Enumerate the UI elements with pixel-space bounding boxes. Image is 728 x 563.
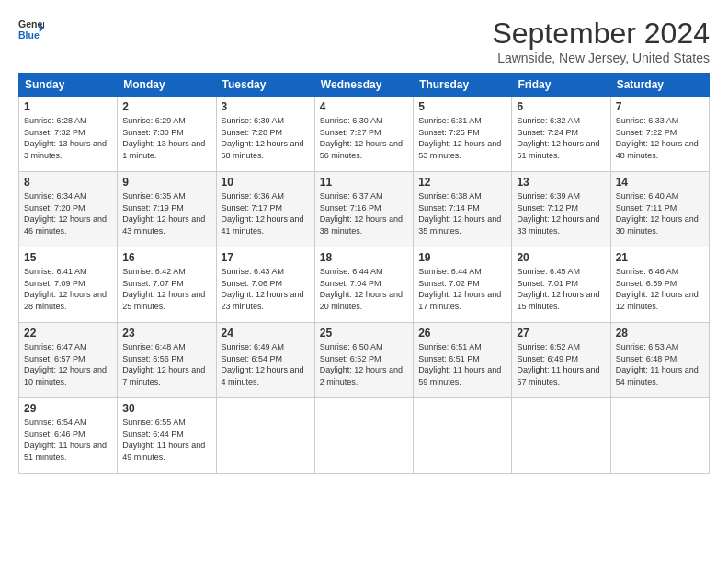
table-row: 15Sunrise: 6:41 AMSunset: 7:09 PMDayligh… [19,247,118,323]
table-row: 10Sunrise: 6:36 AMSunset: 7:17 PMDayligh… [216,172,314,247]
table-row: 12Sunrise: 6:38 AMSunset: 7:14 PMDayligh… [414,172,512,247]
table-row: 22Sunrise: 6:47 AMSunset: 6:57 PMDayligh… [19,323,118,398]
table-row: 8Sunrise: 6:34 AMSunset: 7:20 PMDaylight… [19,172,118,247]
header-friday: Friday [512,74,610,97]
header-wednesday: Wednesday [314,74,413,97]
table-row: 27Sunrise: 6:52 AMSunset: 6:49 PMDayligh… [512,323,610,398]
table-row: 1Sunrise: 6:28 AMSunset: 7:32 PMDaylight… [19,97,118,172]
title-block: September 2024 Lawnside, New Jersey, Uni… [492,17,710,65]
table-row: 13Sunrise: 6:39 AMSunset: 7:12 PMDayligh… [512,172,610,247]
svg-text:Blue: Blue [18,29,40,40]
table-row: 11Sunrise: 6:37 AMSunset: 7:16 PMDayligh… [314,172,413,247]
table-row: 18Sunrise: 6:44 AMSunset: 7:04 PMDayligh… [314,247,413,323]
table-row: 21Sunrise: 6:46 AMSunset: 6:59 PMDayligh… [610,247,709,323]
table-row: 9Sunrise: 6:35 AMSunset: 7:19 PMDaylight… [118,172,216,247]
table-row: 26Sunrise: 6:51 AMSunset: 6:51 PMDayligh… [414,323,512,398]
calendar-body: 1Sunrise: 6:28 AMSunset: 7:32 PMDaylight… [19,97,710,474]
table-row: 25Sunrise: 6:50 AMSunset: 6:52 PMDayligh… [314,323,413,398]
header-tuesday: Tuesday [216,74,314,97]
header-thursday: Thursday [414,74,512,97]
table-row: 30Sunrise: 6:55 AMSunset: 6:44 PMDayligh… [118,398,216,474]
table-row [512,398,610,474]
month-title: September 2024 [492,17,710,51]
table-row [414,398,512,474]
table-row: 19Sunrise: 6:44 AMSunset: 7:02 PMDayligh… [414,247,512,323]
calendar-table: Sunday Monday Tuesday Wednesday Thursday… [18,73,710,474]
logo: General Blue [18,17,44,42]
calendar-page: General Blue September 2024 Lawnside, Ne… [0,0,728,563]
weekday-header-row: Sunday Monday Tuesday Wednesday Thursday… [19,74,710,97]
table-row: 6Sunrise: 6:32 AMSunset: 7:24 PMDaylight… [512,97,610,172]
table-row: 17Sunrise: 6:43 AMSunset: 7:06 PMDayligh… [216,247,314,323]
location: Lawnside, New Jersey, United States [492,51,710,65]
header: General Blue September 2024 Lawnside, Ne… [18,17,710,65]
table-row: 20Sunrise: 6:45 AMSunset: 7:01 PMDayligh… [512,247,610,323]
logo-icon: General Blue [18,17,44,42]
table-row [610,398,709,474]
table-row: 2Sunrise: 6:29 AMSunset: 7:30 PMDaylight… [118,97,216,172]
table-row: 5Sunrise: 6:31 AMSunset: 7:25 PMDaylight… [414,97,512,172]
table-row: 7Sunrise: 6:33 AMSunset: 7:22 PMDaylight… [610,97,709,172]
table-row: 28Sunrise: 6:53 AMSunset: 6:48 PMDayligh… [610,323,709,398]
table-row: 3Sunrise: 6:30 AMSunset: 7:28 PMDaylight… [216,97,314,172]
table-row: 16Sunrise: 6:42 AMSunset: 7:07 PMDayligh… [118,247,216,323]
table-row: 4Sunrise: 6:30 AMSunset: 7:27 PMDaylight… [314,97,413,172]
header-monday: Monday [118,74,216,97]
table-row: 14Sunrise: 6:40 AMSunset: 7:11 PMDayligh… [610,172,709,247]
header-sunday: Sunday [19,74,118,97]
table-row [314,398,413,474]
table-row [216,398,314,474]
table-row: 29Sunrise: 6:54 AMSunset: 6:46 PMDayligh… [19,398,118,474]
table-row: 23Sunrise: 6:48 AMSunset: 6:56 PMDayligh… [118,323,216,398]
table-row: 24Sunrise: 6:49 AMSunset: 6:54 PMDayligh… [216,323,314,398]
header-saturday: Saturday [610,74,709,97]
